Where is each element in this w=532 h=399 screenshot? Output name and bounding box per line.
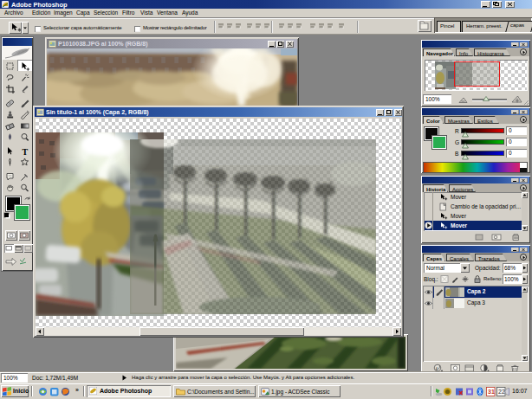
svg-text:31: 31 [488,389,495,395]
svg-text:T: T [23,147,29,157]
svg-text:22: 22 [498,389,505,395]
